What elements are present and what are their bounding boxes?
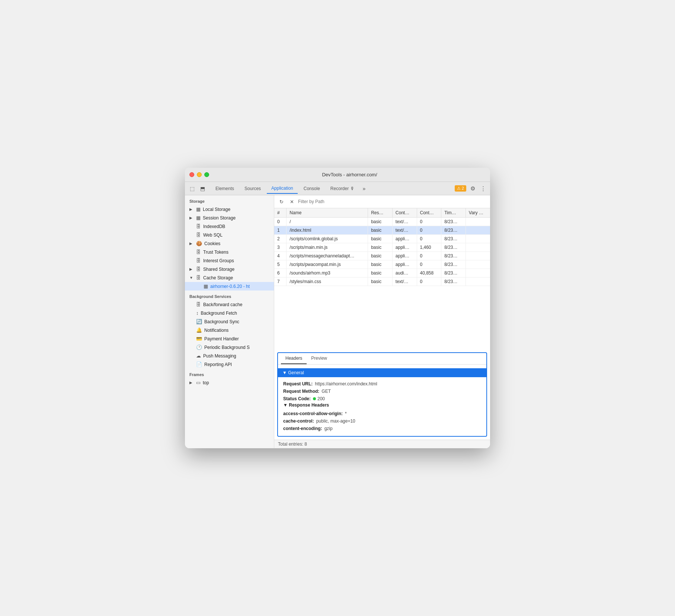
sidebar-item-reporting-api[interactable]: ▶ 📄 Reporting API (185, 360, 274, 369)
table-cell: audi… (392, 269, 417, 277)
cache-storage-icon: 🗄 (196, 275, 201, 280)
table-cell: 8/23… (441, 243, 466, 252)
maximize-button[interactable] (204, 172, 209, 177)
table-cell: 8/23… (441, 235, 466, 243)
settings-icon[interactable]: ⚙ (469, 184, 476, 193)
table-cell: /index.html (287, 226, 368, 235)
sidebar-item-interest-groups[interactable]: ▶ 🗄 Interest Groups (185, 256, 274, 265)
table-cell: 7 (274, 277, 287, 286)
table-cell: appli… (392, 243, 417, 252)
backforward-icon: 🗄 (196, 302, 201, 307)
toolbar-icons: ⬚ ⬒ (188, 185, 207, 193)
table-body: 0/basictext/…08/23…1/index.htmlbasictext… (274, 218, 490, 286)
cursor-icon[interactable]: ⬚ (188, 185, 196, 193)
detail-panel: Headers Preview ▼ General Request URL: h… (277, 352, 487, 437)
table-row[interactable]: 1/index.htmlbasictext/…08/23… (274, 226, 490, 235)
sidebar-label-bg-fetch: Background Fetch (201, 311, 237, 316)
table-cell: 0 (417, 226, 441, 235)
tabbar-actions: ⚠ 2 ⚙ ⋮ (455, 184, 487, 193)
tab-console[interactable]: Console (299, 184, 324, 193)
filter-bar: ↻ ✕ (274, 195, 490, 208)
minimize-button[interactable] (197, 172, 202, 177)
sidebar-item-session-storage[interactable]: ▶ ▦ Session Storage (185, 214, 274, 222)
status-dot (313, 397, 316, 400)
sidebar-item-bg-sync[interactable]: ▶ 🔄 Background Sync (185, 317, 274, 326)
sidebar-item-shared-storage[interactable]: ▶ 🗄 Shared Storage (185, 265, 274, 273)
table-row[interactable]: 4/scripts/messagechanneladapt…basicappli… (274, 252, 490, 260)
sidebar-item-top[interactable]: ▶ ▭ top (185, 378, 274, 387)
clear-button[interactable]: ✕ (288, 198, 296, 206)
sidebar-item-cookies[interactable]: ▶ 🍪 Cookies (185, 239, 274, 248)
sidebar-item-backforward[interactable]: ▶ 🗄 Back/forward cache (185, 300, 274, 309)
table-row[interactable]: 5/scripts/pwacompat.min.jsbasicappli…08/… (274, 260, 490, 269)
request-method-key: Request Method: (283, 389, 319, 394)
table-row[interactable]: 6/sounds/airhorn.mp3basicaudi…40,8588/23… (274, 269, 490, 277)
interest-groups-icon: 🗄 (196, 258, 201, 263)
response-headers-list: access-control-allow-origin:*cache-contr… (283, 410, 481, 432)
bg-fetch-icon: ↕ (196, 310, 199, 316)
sidebar-item-indexeddb[interactable]: ▶ 🗄 IndexedDB (185, 222, 274, 231)
arrow-icon: ▶ (189, 381, 194, 385)
table-row[interactable]: 3/scripts/main.min.jsbasicappli…1,4608/2… (274, 243, 490, 252)
sidebar-label-trust-tokens: Trust Tokens (203, 250, 228, 255)
more-tabs-button[interactable]: » (361, 184, 368, 193)
table-cell: /styles/main.css (287, 277, 368, 286)
sidebar-item-notifications[interactable]: ▶ 🔔 Notifications (185, 326, 274, 334)
warning-badge[interactable]: ⚠ 2 (455, 185, 466, 192)
sidebar-item-cache-storage[interactable]: ▼ 🗄 Cache Storage (185, 273, 274, 282)
status-code-val: 200 (317, 396, 325, 401)
push-messaging-icon: ☁ (196, 353, 201, 359)
table-cell: basic (368, 235, 393, 243)
tab-application[interactable]: Application (267, 183, 298, 194)
cache-table: # Name Res… Cont… Cont… Tim… Vary … 0/ba… (274, 208, 490, 349)
table-cell: 6 (274, 269, 287, 277)
table-cell: 8/23… (441, 218, 466, 226)
general-section-label: ▼ General (282, 370, 304, 375)
col-header-cont2: Cont… (417, 208, 441, 218)
table-row[interactable]: 2/scripts/comlink.global.jsbasicappli…08… (274, 235, 490, 243)
main-layout: Storage ▶ ▦ Local Storage ▶ ▦ Session St… (185, 195, 490, 448)
sidebar-item-trust-tokens[interactable]: ▶ 🗄 Trust Tokens (185, 248, 274, 256)
filter-input[interactable] (298, 199, 487, 204)
sidebar-label-session-storage: Session Storage (203, 215, 236, 221)
tabbar: ⬚ ⬒ Elements Sources Application Console… (185, 182, 490, 195)
sidebar-item-push-messaging[interactable]: ▶ ☁ Push Messaging (185, 352, 274, 360)
header-key: content-encoding: (283, 426, 322, 431)
shared-storage-icon: 🗄 (196, 266, 201, 272)
more-options-icon[interactable]: ⋮ (479, 184, 487, 193)
tab-preview[interactable]: Preview (307, 353, 332, 364)
col-header-num: # (274, 208, 287, 218)
table-cell: basic (368, 260, 393, 269)
inspect-icon[interactable]: ⬒ (198, 185, 207, 193)
request-url-val: https://airhorner.com/index.html (315, 381, 377, 386)
detail-tabs: Headers Preview (278, 353, 486, 365)
table-row[interactable]: 7/styles/main.cssbasictext/…08/23… (274, 277, 490, 286)
detail-content: ▼ General Request URL: https://airhorner… (278, 365, 486, 436)
sidebar-item-local-storage[interactable]: ▶ ▦ Local Storage (185, 205, 274, 214)
refresh-button[interactable]: ↻ (277, 198, 285, 206)
table-cell: text/… (392, 277, 417, 286)
arrow-icon: ▼ (189, 276, 194, 280)
bg-services-section-label: Background Services (185, 291, 274, 300)
sidebar-item-payment-handler[interactable]: ▶ 💳 Payment Handler (185, 334, 274, 343)
tab-elements[interactable]: Elements (211, 184, 239, 193)
table-cell (466, 226, 490, 235)
close-button[interactable] (189, 172, 194, 177)
table-cell: basic (368, 252, 393, 260)
tab-sources[interactable]: Sources (240, 184, 265, 193)
tab-recorder[interactable]: Recorder 🎙 (326, 184, 359, 193)
sidebar-item-cache-entry[interactable]: ▶ ▦ airhorner-0.6.20 - ht (185, 282, 274, 291)
sidebar-label-cache-entry: airhorner-0.6.20 - ht (210, 284, 250, 289)
arrow-icon: ▶ (189, 207, 194, 211)
table-cell (466, 218, 490, 226)
sidebar-item-bg-fetch[interactable]: ▶ ↕ Background Fetch (185, 309, 274, 317)
general-section-header: ▼ General (278, 368, 486, 377)
sidebar-item-web-sql[interactable]: ▶ 🗄 Web SQL (185, 231, 274, 239)
table-cell: 5 (274, 260, 287, 269)
sidebar-item-periodic-bg[interactable]: ▶ 🕐 Periodic Background S (185, 343, 274, 352)
table-cell: 8/23… (441, 226, 466, 235)
tab-headers[interactable]: Headers (281, 353, 307, 364)
storage-section-label: Storage (185, 195, 274, 205)
status-code-key: Status Code: (283, 396, 311, 401)
table-row[interactable]: 0/basictext/…08/23… (274, 218, 490, 226)
